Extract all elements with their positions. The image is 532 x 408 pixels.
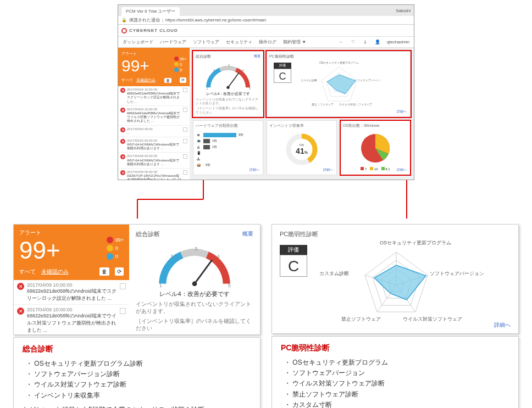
svg-text:5: 5 xyxy=(228,283,231,288)
svg-line-23 xyxy=(195,260,212,284)
hw-type-icon: 🖨 xyxy=(196,146,201,149)
legend-item: 8.1 xyxy=(381,167,390,171)
alert-checkbox[interactable] xyxy=(183,170,187,175)
danger-icon xyxy=(174,57,179,61)
alert-checkbox[interactable] xyxy=(183,108,187,112)
alert-checkbox[interactable] xyxy=(120,308,126,314)
radar-details-link[interactable]: 詳細へ xyxy=(397,109,407,114)
dashboard-body: アラート 99+ 99+ 0 0 すべて 未確認のみ 🗑 ⟳ ✕2017/04/… xyxy=(118,48,414,180)
tab-unread-lg[interactable]: 未確認のみ xyxy=(41,268,69,276)
alert-x-icon: ✕ xyxy=(120,108,125,113)
danger-icon xyxy=(107,237,113,243)
hw-row: 📱 xyxy=(196,150,261,156)
nav-contract[interactable]: 契約管理 ▼ xyxy=(283,39,306,45)
alert-item[interactable]: ✕2017/04/08 00:00:00DESKTOP-18VGCPHのWind… xyxy=(118,169,190,180)
desc-item: インベントリ未収集率 xyxy=(26,390,251,401)
svg-text:4: 4 xyxy=(217,254,220,259)
svg-text:OSセキュリティ更新プログラム: OSセキュリティ更新プログラム xyxy=(319,61,359,64)
alert-item[interactable]: ✕2017/04/09 09:00... xyxy=(118,126,190,137)
desc-radar-title: PC脆弱性診断 xyxy=(281,343,509,353)
card-radar[interactable]: PC脆弱性診断 評価 C OSセキュリティ更新プログラム ソフト xyxy=(267,51,411,117)
svg-text:1: 1 xyxy=(159,283,162,288)
hw-details-link[interactable]: 詳細へ xyxy=(250,167,259,172)
svg-text:4: 4 xyxy=(242,69,243,72)
os-details-link[interactable]: 詳細へ xyxy=(397,167,407,172)
rating-label: 評価 xyxy=(274,63,291,69)
reload-icon[interactable]: ⟳ xyxy=(180,77,186,83)
gauge-icon: 1 5 2 3 4 xyxy=(153,244,236,288)
app-header: CYBERNET CLOUD xyxy=(118,25,414,37)
nav-software[interactable]: ソフトウェア xyxy=(193,39,219,45)
alert-title: アラート xyxy=(121,51,186,57)
alert-checkbox[interactable] xyxy=(183,154,187,159)
browser-tab[interactable]: PCM Ver 6 Trial ユーザー xyxy=(121,7,180,16)
alert-checkbox[interactable] xyxy=(183,127,187,132)
inv-details-link[interactable]: 詳細へ xyxy=(323,167,333,172)
reload-icon[interactable]: ⟳ xyxy=(115,267,124,276)
hw-type-icon: 💻 xyxy=(196,139,201,143)
alert-list-lg: ✕2017/04/09 10:00:0068622e921de058f6のAnd… xyxy=(14,280,129,334)
tab-all-lg[interactable]: すべて xyxy=(19,268,36,276)
nav-oplog[interactable]: 操作ログ xyxy=(259,39,276,45)
hw-type-icon: 🖥 xyxy=(196,133,201,137)
alert-checkbox[interactable] xyxy=(183,139,187,143)
desc-item: OSセキュリティ更新プログラム xyxy=(284,357,509,368)
heart-icon[interactable]: ♡ xyxy=(351,40,356,44)
card-sougou[interactable]: 総合診断 概要 1 5 2 3 4 xyxy=(193,51,263,117)
alert-item[interactable]: ✕2017/04/09 10:00:0068622e921de058f6のAnd… xyxy=(14,280,129,305)
gauge-note1: インベントリが収集されていないクライアントがあります。 xyxy=(196,98,261,105)
tab-all[interactable]: すべて xyxy=(121,77,133,83)
connector-lines xyxy=(0,180,532,219)
dashboard-screenshot: PCM Ver 6 Trial ユーザー Satoshi 🔒 保護された通信 |… xyxy=(118,4,414,180)
browser-user: Satoshi xyxy=(396,8,411,13)
alert-checkbox[interactable] xyxy=(120,283,126,289)
card-os[interactable]: OS別台数：Windows 7 10 8.1 詳細へ xyxy=(340,120,411,175)
nav-security[interactable]: セキュリティ xyxy=(226,39,252,45)
desc-radar: PC脆弱性診断 OSセキュリティ更新プログラムソフトウェアバージョンウイルス対策… xyxy=(271,336,519,408)
alert-item[interactable]: ✕2017/04/09 10:00:0068622e921de058f6のAnd… xyxy=(14,305,129,334)
alert-item[interactable]: ✕2017/03/25 00:00:00WN7-64-HONMAのWindows… xyxy=(118,137,190,153)
secure-label: 保護された通信 xyxy=(129,17,160,23)
svg-text:2: 2 xyxy=(170,254,173,259)
gauge-level: レベル4：改善が必要です xyxy=(196,91,261,97)
alert-x-icon: ✕ xyxy=(120,88,125,93)
radar-title-lg: PC脆弱性診断 xyxy=(280,230,318,238)
donut-unit: % xyxy=(304,150,308,154)
sougou-link-lg[interactable]: 概要 xyxy=(242,230,253,238)
card-hardware[interactable]: ハードウェア分類別台数 🖥6台💻1台🖨1台📱🖧📦0台 詳細へ xyxy=(193,120,263,175)
legend-item: 7 xyxy=(361,167,367,171)
svg-text:ソフトウェアバージョン: ソフトウェアバージョン xyxy=(354,79,381,82)
card-radar-title: PC脆弱性診断 xyxy=(269,54,294,59)
radar-details-link-lg[interactable]: 詳細へ xyxy=(494,321,511,329)
card-inventory[interactable]: インベントリ収集率 OK 41% 詳細へ xyxy=(267,120,337,175)
tab-unread[interactable]: 未確認のみ xyxy=(136,77,156,83)
alert-list: ✕2017/04/09 10:00:0068622e921de058f6のAnd… xyxy=(118,86,190,180)
nav-dashboard[interactable]: ダッシュボード xyxy=(123,39,153,45)
alert-item[interactable]: ✕2017/04/09 10:00:0068622e921de058f6のAnd… xyxy=(118,106,190,126)
zoom-sougou: アラート 99+ 99+ 0 0 すべて 未確認のみ xyxy=(13,224,261,335)
user-icon[interactable]: 👤 xyxy=(375,40,380,44)
account-name[interactable]: qtechadmin xyxy=(387,40,409,44)
warn-count-lg: 0 xyxy=(115,245,118,251)
radar-lbl-right: ソフトウェアバージョン xyxy=(430,270,484,277)
logo-text: CYBERNET CLOUD xyxy=(129,28,178,33)
trash-icon[interactable]: 🗑 xyxy=(99,267,109,276)
alert-item[interactable]: ✕2017/04/08 00:00:00WN7-64-HONMAのWindows… xyxy=(118,153,190,169)
alert-checkbox[interactable] xyxy=(183,88,187,92)
danger-count: 99+ xyxy=(180,57,186,61)
svg-line-0 xyxy=(228,72,239,87)
card-sougou-link[interactable]: 概要 xyxy=(254,54,261,59)
alert-x-icon: ✕ xyxy=(17,308,24,315)
nav-hardware[interactable]: ハードウェア xyxy=(160,39,186,45)
pie-chart-icon xyxy=(359,132,392,165)
download-icon[interactable]: ⤓ xyxy=(363,40,368,44)
desc-radar-list: OSセキュリティ更新プログラムソフトウェアバージョンウイルス対策ソフトウェア診断… xyxy=(284,357,509,408)
card-inv-title: インベントリ収集率 xyxy=(269,123,304,128)
hw-row: 🖨1台 xyxy=(196,144,261,150)
sougou-card-lg: 総合診断 概要 1 5 2 3 xyxy=(129,225,260,334)
alert-item[interactable]: ✕2017/04/09 10:00:0068622e921de058f6のAnd… xyxy=(118,86,190,106)
browser-address-bar[interactable]: 🔒 保護された通信 | https://ismc60i.aws.cybernet… xyxy=(118,16,414,25)
trash-icon[interactable]: 🗑 xyxy=(164,78,171,83)
info-count-lg: 0 xyxy=(115,254,118,259)
back-icon[interactable]: ← xyxy=(339,40,344,44)
